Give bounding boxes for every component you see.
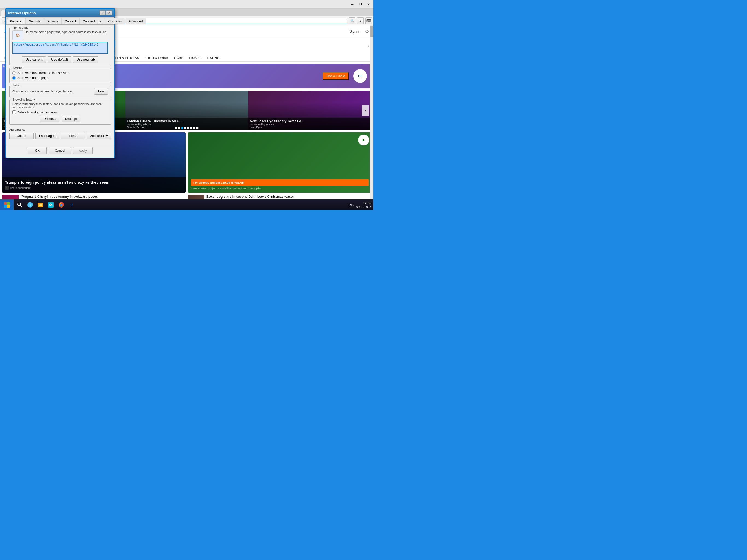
taskbar-store-icon[interactable]: 🛍 [46, 200, 56, 210]
tab-security[interactable]: Security [26, 18, 44, 24]
cancel-btn[interactable]: Cancel [49, 147, 71, 154]
startup-option-2-label: Start with home page [18, 76, 48, 80]
use-new-tab-btn[interactable]: Use new tab [73, 56, 98, 63]
taskbar: ○ 📁 🛍 e ENG 12:55 09/11/2016 [0, 199, 374, 210]
dialog-overlay: Internet Options ? ✕ General Security Pr… [0, 0, 374, 199]
dialog-tabs: General Security Privacy Content Connect… [6, 17, 114, 25]
svg-rect-0 [4, 202, 6, 205]
tabs-section-label: Tabs [12, 84, 20, 87]
home-url-input[interactable]: http://go.microsoft.com/fwlink/p/?LinkId… [12, 42, 108, 54]
dialog-controls: ? ✕ [100, 10, 112, 15]
lang-indicator: ENG [347, 203, 354, 206]
languages-btn[interactable]: Languages [35, 133, 60, 139]
tabs-btn[interactable]: Tabs [94, 88, 108, 95]
cortana-circle: ○ [27, 202, 33, 207]
taskbar-cortana-icon[interactable]: ○ [25, 200, 35, 210]
tab-privacy[interactable]: Privacy [44, 18, 61, 24]
dialog-title: Internet Options [8, 11, 35, 15]
delete-on-exit-row: Delete browsing history on exit [12, 110, 108, 114]
tab-connections[interactable]: Connections [80, 18, 104, 24]
dialog-footer: OK Cancel Apply [6, 145, 114, 157]
dialog-body: Home page 🏠 To create home page tabs, ty… [6, 25, 114, 145]
internet-options-dialog: Internet Options ? ✕ General Security Pr… [5, 8, 115, 158]
delete-on-exit-checkbox[interactable] [12, 110, 16, 114]
appearance-buttons: Colors Languages Fonts Accessibility [9, 133, 111, 139]
dialog-titlebar: Internet Options ? ✕ [6, 9, 114, 17]
home-page-section: Home page 🏠 To create home page tabs, ty… [9, 28, 111, 65]
startup-radio-2[interactable] [12, 76, 16, 80]
delete-on-exit-label: Delete browsing history on exit [18, 111, 58, 114]
browsing-desc: Delete temporary files, history, cookies… [12, 102, 108, 109]
accessibility-btn[interactable]: Accessibility [87, 133, 111, 139]
systray: ENG [347, 203, 354, 206]
ie-icon: e [69, 202, 74, 207]
tab-general[interactable]: General [7, 18, 25, 24]
fonts-btn[interactable]: Fonts [61, 133, 85, 139]
delete-btn[interactable]: Delete... [40, 116, 59, 122]
ok-btn[interactable]: OK [28, 147, 47, 154]
colors-btn[interactable]: Colors [9, 133, 34, 139]
taskbar-right-area: ENG 12:55 09/11/2016 [347, 201, 374, 208]
store-icon: 🛍 [48, 202, 54, 207]
use-default-btn[interactable]: Use default [48, 56, 71, 63]
taskbar-time: 12:55 [356, 201, 371, 205]
folder-icon: 📁 [38, 203, 43, 207]
startup-option-2[interactable]: Start with home page [12, 76, 108, 80]
start-button[interactable] [0, 199, 14, 210]
home-page-section-label: Home page [12, 26, 29, 29]
apply-btn[interactable]: Apply [73, 147, 93, 154]
tab-advanced[interactable]: Advanced [125, 18, 146, 24]
startup-option-1[interactable]: Start with tabs from the last session [12, 71, 108, 75]
startup-radio-group: Start with tabs from the last session St… [12, 71, 108, 80]
appearance-label: Appearance [9, 128, 25, 131]
browsing-history-section: Browsing history Delete temporary files,… [9, 100, 111, 125]
taskbar-clock: 12:55 09/11/2016 [356, 201, 371, 208]
home-desc: To create home page tabs, type each addr… [25, 30, 108, 34]
tab-content[interactable]: Content [61, 18, 79, 24]
chrome-icon [58, 202, 64, 207]
tabs-desc: Change how webpages are displayed in tab… [12, 90, 73, 93]
startup-section-label: Startup [12, 66, 24, 70]
tabs-section: Tabs Change how webpages are displayed i… [9, 85, 111, 97]
use-current-btn[interactable]: Use current [22, 56, 46, 63]
svg-point-4 [18, 203, 21, 206]
taskbar-date: 09/11/2016 [356, 205, 371, 208]
home-page-buttons: Use current Use default Use new tab [12, 56, 108, 63]
browsing-history-label: Browsing history [12, 98, 36, 101]
taskbar-search-icon[interactable] [15, 200, 25, 210]
dialog-help-btn[interactable]: ? [100, 10, 106, 15]
startup-option-1-label: Start with tabs from the last session [18, 71, 69, 75]
svg-rect-3 [7, 205, 9, 207]
appearance-section: Appearance Colors Languages Fonts Access… [9, 127, 111, 139]
taskbar-pinned-icons: ○ 📁 🛍 e [14, 200, 78, 210]
startup-radio-1[interactable] [12, 71, 16, 75]
svg-rect-2 [4, 205, 6, 207]
taskbar-file-explorer-icon[interactable]: 📁 [35, 200, 45, 210]
history-buttons: Delete... Settings [12, 116, 108, 122]
svg-rect-1 [7, 202, 9, 205]
taskbar-chrome-icon[interactable] [56, 200, 66, 210]
tabs-row: Change how webpages are displayed in tab… [12, 88, 108, 95]
home-icon: 🏠 [12, 30, 23, 40]
history-settings-btn[interactable]: Settings [61, 116, 80, 122]
tab-programs[interactable]: Programs [104, 18, 125, 24]
windows-logo-icon [4, 202, 9, 207]
startup-section: Startup Start with tabs from the last se… [9, 68, 111, 83]
svg-line-5 [20, 205, 22, 207]
taskbar-ie-icon[interactable]: e [67, 200, 77, 210]
dialog-close-btn[interactable]: ✕ [106, 10, 112, 15]
